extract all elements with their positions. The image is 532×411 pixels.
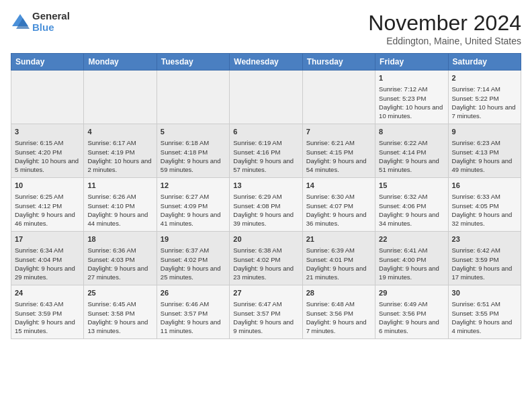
sunset-text: Sunset: 3:59 PM: [15, 309, 80, 318]
sunrise-text: Sunrise: 6:17 AM: [87, 138, 152, 147]
daylight-text: Daylight: 9 hours and 46 minutes.: [15, 210, 80, 228]
daylight-text: Daylight: 9 hours and 44 minutes.: [87, 210, 152, 228]
sunrise-text: Sunrise: 6:42 AM: [452, 246, 517, 255]
daylight-text: Daylight: 9 hours and 59 minutes.: [161, 156, 226, 175]
day-number: 18: [87, 234, 152, 244]
day-number: 8: [379, 127, 444, 137]
daylight-text: Daylight: 9 hours and 13 minutes.: [87, 318, 152, 336]
day-number: 16: [452, 181, 517, 191]
day-number: 21: [306, 234, 371, 244]
daylight-text: Daylight: 9 hours and 41 minutes.: [161, 210, 226, 228]
sunset-text: Sunset: 4:03 PM: [87, 255, 152, 264]
calendar-cell-0-1: [84, 71, 157, 124]
sunrise-text: Sunrise: 6:29 AM: [233, 192, 298, 201]
calendar-cell-3-6: 23Sunrise: 6:42 AMSunset: 3:59 PMDayligh…: [448, 232, 521, 285]
sunrise-text: Sunrise: 6:51 AM: [452, 300, 517, 308]
calendar-cell-0-2: [157, 71, 229, 124]
calendar-cell-3-4: 21Sunrise: 6:39 AMSunset: 4:01 PMDayligh…: [302, 232, 375, 285]
sunset-text: Sunset: 4:10 PM: [87, 201, 152, 210]
day-number: 3: [15, 127, 80, 137]
sunrise-text: Sunrise: 6:39 AM: [306, 246, 371, 255]
calendar-cell-3-3: 20Sunrise: 6:38 AMSunset: 4:02 PMDayligh…: [230, 232, 302, 285]
calendar-cell-2-4: 14Sunrise: 6:30 AMSunset: 4:07 PMDayligh…: [302, 178, 375, 232]
sunset-text: Sunset: 4:06 PM: [379, 201, 444, 210]
calendar-cell-0-0: [11, 71, 84, 124]
day-number: 4: [87, 127, 152, 137]
calendar-cell-0-5: 1Sunrise: 7:12 AMSunset: 5:23 PMDaylight…: [375, 71, 448, 124]
daylight-text: Daylight: 9 hours and 25 minutes.: [161, 264, 226, 282]
calendar-cell-1-0: 3Sunrise: 6:15 AMSunset: 4:20 PMDaylight…: [11, 124, 84, 178]
day-number: 22: [379, 234, 444, 244]
daylight-text: Daylight: 9 hours and 15 minutes.: [15, 318, 80, 336]
daylight-text: Daylight: 9 hours and 39 minutes.: [233, 210, 298, 228]
day-number: 25: [87, 288, 152, 298]
calendar-week-2: 10Sunrise: 6:25 AMSunset: 4:12 PMDayligh…: [11, 178, 521, 232]
sunset-text: Sunset: 4:04 PM: [15, 255, 80, 264]
calendar-week-0: 1Sunrise: 7:12 AMSunset: 5:23 PMDaylight…: [11, 71, 521, 124]
sunset-text: Sunset: 4:15 PM: [306, 148, 371, 156]
day-number: 10: [15, 181, 80, 191]
day-number: 27: [233, 288, 298, 298]
sunset-text: Sunset: 4:08 PM: [233, 201, 298, 210]
calendar-cell-1-6: 9Sunrise: 6:23 AMSunset: 4:13 PMDaylight…: [448, 124, 521, 178]
sunset-text: Sunset: 3:57 PM: [233, 309, 298, 318]
daylight-text: Daylight: 9 hours and 57 minutes.: [233, 156, 298, 175]
sunset-text: Sunset: 3:57 PM: [161, 309, 226, 318]
sunrise-text: Sunrise: 6:32 AM: [379, 192, 444, 201]
daylight-text: Daylight: 9 hours and 32 minutes.: [452, 210, 517, 228]
sunrise-text: Sunrise: 6:30 AM: [306, 192, 371, 201]
sunset-text: Sunset: 4:01 PM: [306, 255, 371, 264]
sunset-text: Sunset: 4:16 PM: [233, 148, 298, 156]
daylight-text: Daylight: 10 hours and 10 minutes.: [379, 103, 444, 121]
sunset-text: Sunset: 3:56 PM: [306, 309, 371, 318]
day-number: 9: [452, 127, 517, 137]
sunset-text: Sunset: 4:18 PM: [161, 148, 226, 156]
calendar-cell-4-4: 28Sunrise: 6:48 AMSunset: 3:56 PMDayligh…: [302, 285, 375, 339]
sunrise-text: Sunrise: 6:45 AM: [87, 300, 152, 308]
daylight-text: Daylight: 9 hours and 17 minutes.: [452, 264, 517, 282]
month-title: November 2024: [368, 11, 521, 36]
sunset-text: Sunset: 4:13 PM: [452, 148, 517, 156]
calendar-cell-2-3: 13Sunrise: 6:29 AMSunset: 4:08 PMDayligh…: [230, 178, 302, 232]
location-title: Eddington, Maine, United States: [368, 36, 521, 46]
day-number: 7: [306, 127, 371, 137]
daylight-text: Daylight: 9 hours and 21 minutes.: [306, 264, 371, 282]
sunrise-text: Sunrise: 6:22 AM: [379, 138, 444, 147]
sunset-text: Sunset: 4:19 PM: [87, 148, 152, 156]
calendar-cell-2-1: 11Sunrise: 6:26 AMSunset: 4:10 PMDayligh…: [84, 178, 157, 232]
sunset-text: Sunset: 4:02 PM: [161, 255, 226, 264]
logo-blue-text: Blue: [32, 22, 70, 34]
sunset-text: Sunset: 4:07 PM: [306, 201, 371, 210]
daylight-text: Daylight: 9 hours and 11 minutes.: [161, 318, 226, 336]
day-number: 30: [452, 288, 517, 298]
sunset-text: Sunset: 4:12 PM: [15, 201, 80, 210]
day-number: 26: [161, 288, 226, 298]
sunrise-text: Sunrise: 7:14 AM: [452, 85, 517, 93]
logo: General Blue: [11, 11, 70, 33]
sunrise-text: Sunrise: 6:26 AM: [87, 192, 152, 201]
sunrise-text: Sunrise: 6:34 AM: [15, 246, 80, 255]
daylight-text: Daylight: 9 hours and 23 minutes.: [233, 264, 298, 282]
day-number: 29: [379, 288, 444, 298]
sunset-text: Sunset: 4:09 PM: [161, 201, 226, 210]
sunrise-text: Sunrise: 6:27 AM: [161, 192, 226, 201]
sunset-text: Sunset: 3:59 PM: [452, 255, 517, 264]
sunrise-text: Sunrise: 6:41 AM: [379, 246, 444, 255]
header-friday: Friday: [375, 54, 448, 71]
header-sunday: Sunday: [11, 54, 84, 71]
day-number: 12: [161, 181, 226, 191]
day-number: 1: [379, 73, 444, 83]
calendar-cell-3-5: 22Sunrise: 6:41 AMSunset: 4:00 PMDayligh…: [375, 232, 448, 285]
calendar-cell-4-2: 26Sunrise: 6:46 AMSunset: 3:57 PMDayligh…: [157, 285, 229, 339]
sunset-text: Sunset: 3:58 PM: [87, 309, 152, 318]
day-number: 11: [87, 181, 152, 191]
daylight-text: Daylight: 9 hours and 27 minutes.: [87, 264, 152, 282]
sunset-text: Sunset: 3:56 PM: [379, 309, 444, 318]
daylight-text: Daylight: 9 hours and 34 minutes.: [379, 210, 444, 228]
day-number: 24: [15, 288, 80, 298]
daylight-text: Daylight: 9 hours and 49 minutes.: [452, 156, 517, 175]
sunrise-text: Sunrise: 6:21 AM: [306, 138, 371, 147]
calendar-cell-2-6: 16Sunrise: 6:33 AMSunset: 4:05 PMDayligh…: [448, 178, 521, 232]
day-number: 17: [15, 234, 80, 244]
sunrise-text: Sunrise: 6:36 AM: [87, 246, 152, 255]
